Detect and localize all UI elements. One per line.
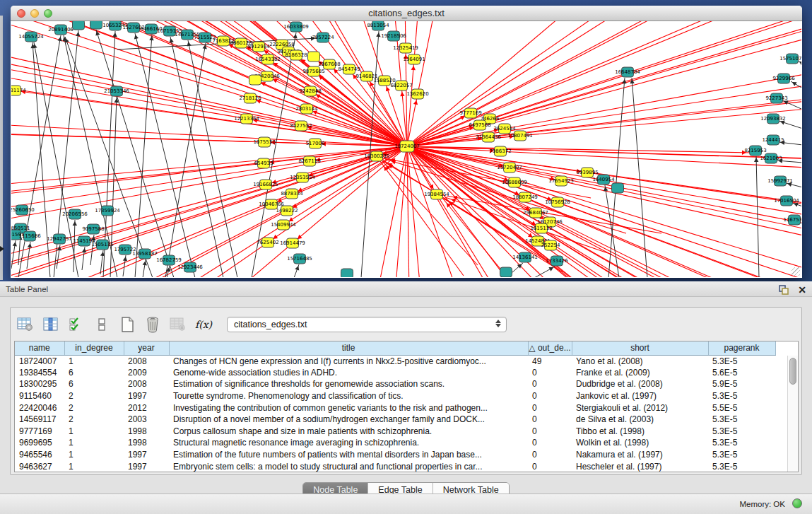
graph-node[interactable]: 7857224 <box>312 33 334 42</box>
delete-table-icon[interactable] <box>167 314 189 335</box>
graph-node-label: 517006 <box>306 141 325 146</box>
graph-node-label: 16033809 <box>283 24 309 30</box>
graph-node[interactable]: 15716485 <box>287 254 312 264</box>
graph-node-label: 9329966 <box>772 76 795 81</box>
graph-node[interactable] <box>73 21 85 30</box>
column-header-short[interactable]: short <box>572 341 708 355</box>
table-row[interactable]: 1872400712008Changes of HCN gene express… <box>15 355 775 367</box>
table-row[interactable]: 1938455462009Genome-wide association stu… <box>15 367 775 379</box>
panel-resize-marker[interactable] <box>0 246 4 252</box>
graph-node[interactable]: 1244415 <box>762 135 784 145</box>
graph-node[interactable] <box>341 269 353 277</box>
graph-node-label: 15409944 <box>271 222 296 228</box>
graph-node[interactable]: 3624554 <box>493 124 516 134</box>
table-cell: Estimation of the future numbers of pati… <box>169 449 528 461</box>
column-header-year[interactable]: year <box>124 341 169 355</box>
graph-node-label: 6497568 <box>469 122 490 128</box>
graph-node[interactable] <box>249 75 261 85</box>
table-row[interactable]: 969969511998Structural magnetic resonanc… <box>15 437 775 449</box>
table-cell: 5.5E-5 <box>708 402 775 414</box>
table-row[interactable]: 946362711997Embryonic stem cells: a mode… <box>15 460 775 472</box>
table-cell: Corpus callosum shape and size in male p… <box>169 426 528 438</box>
graph-node[interactable]: 8813054 <box>367 21 389 30</box>
float-panel-icon[interactable] <box>779 285 789 295</box>
graph-node[interactable]: 1167533 <box>783 215 801 225</box>
minimize-window-button[interactable] <box>30 9 39 18</box>
table-cell: 1997 <box>124 449 169 461</box>
graph-node-label: 20206556 <box>62 211 88 217</box>
table-selector-dropdown[interactable]: citations_edges.txt <box>227 317 507 332</box>
graph-node[interactable] <box>90 21 102 29</box>
table-row[interactable]: 977716911998Corpus callosum shape and si… <box>15 426 775 438</box>
table-selector-value: citations_edges.txt <box>234 320 307 329</box>
function-builder-icon[interactable]: f(x) <box>193 314 214 335</box>
graph-node[interactable]: 14055724 <box>18 32 44 42</box>
graph-node[interactable]: 8267130 <box>298 156 320 166</box>
graph-node[interactable]: 8215953 <box>744 146 766 156</box>
graph-node-label: 1498222 <box>276 208 298 214</box>
column-header-pagerank[interactable]: pagerank <box>708 341 775 355</box>
graph-node[interactable]: 9875685 <box>302 66 324 76</box>
graph-node[interactable]: 16914479 <box>280 238 305 248</box>
column-header-name[interactable]: name <box>15 341 64 355</box>
graph-node[interactable]: 1362620 <box>406 89 428 99</box>
graph-node[interactable]: 21364436 <box>476 132 501 142</box>
graph-node[interactable]: 2031174 <box>11 86 26 95</box>
show-columns-icon[interactable] <box>40 314 61 335</box>
select-rows-icon[interactable] <box>66 314 87 335</box>
table-row[interactable]: 2242004622012Investigating the contribut… <box>15 402 775 414</box>
graph-node[interactable]: 16033809 <box>283 22 309 32</box>
graph-node-label: 15716485 <box>287 256 312 262</box>
graph-node[interactable]: 15751074 <box>779 54 801 64</box>
table-row[interactable]: 946554611997Estimation of the future num… <box>15 449 775 461</box>
graph-node-label: 1364091 <box>403 57 425 62</box>
graph-node-label: 7625402 <box>257 240 278 245</box>
table-cell: 0 <box>528 437 572 449</box>
table-cell: 9777169 <box>15 426 64 438</box>
graph-node[interactable] <box>500 267 512 277</box>
table-cell: Stergiakouli et al. (2012) <box>572 402 708 414</box>
table-row[interactable]: 1456911722003Disruption of a novel membe… <box>15 414 775 426</box>
row-options-icon[interactable] <box>91 314 112 335</box>
table-cell: 0 <box>528 378 572 390</box>
graph-node[interactable]: 15409944 <box>271 220 296 230</box>
table-scrollbar[interactable] <box>787 356 798 472</box>
graph-node[interactable]: 12923446 <box>177 262 203 272</box>
column-header-title[interactable]: title <box>169 341 528 355</box>
graph-node-label: 10807491 <box>507 133 533 139</box>
graph-node[interactable]: 16782759 <box>156 255 182 265</box>
graph-node[interactable] <box>308 52 320 62</box>
delete-column-icon[interactable] <box>142 314 163 335</box>
scrollbar-thumb[interactable] <box>789 358 796 385</box>
table-row[interactable]: 1830029562008Estimation of significance … <box>15 378 775 390</box>
graph-node-label: 252254 <box>541 243 560 248</box>
window-titlebar[interactable]: citations_edges.txt <box>11 6 802 21</box>
graph-node[interactable]: 8454749 <box>338 64 360 74</box>
graph-node[interactable]: 1621063 <box>760 153 782 163</box>
close-window-button[interactable] <box>17 9 25 18</box>
column-header-in_degree[interactable]: in_degree <box>64 341 124 355</box>
graph-node[interactable]: 7625402 <box>257 238 278 247</box>
graph-node[interactable]: 14136141 <box>512 252 538 262</box>
graph-node[interactable]: 2867608 <box>318 59 340 69</box>
zoom-window-button[interactable] <box>44 9 52 18</box>
graph-node-label: 19218506 <box>381 33 406 39</box>
network-canvas[interactable]: 1830029519384554977716974626664975683624… <box>11 21 801 277</box>
graph-node[interactable]: 20206556 <box>62 209 88 219</box>
graph-node[interactable]: 19218506 <box>381 31 406 41</box>
canvas-resize-grip[interactable] <box>792 267 800 276</box>
table-cell: 2 <box>64 402 124 414</box>
graph-node[interactable]: 654935 <box>254 158 273 168</box>
graph-node[interactable]: 17359924 <box>95 206 120 216</box>
graph-node[interactable]: 517006 <box>306 139 325 148</box>
table-settings-icon[interactable] <box>15 314 36 335</box>
table-cell: 5.3E-5 <box>708 460 775 472</box>
graph-node-label: 10756928 <box>545 199 570 205</box>
table-cell: 1997 <box>124 390 169 402</box>
table-row[interactable]: 911546021997Tourette syndrome. Phenomeno… <box>15 390 775 402</box>
close-panel-icon[interactable]: ✕ <box>798 284 806 296</box>
graph-node[interactable] <box>612 183 624 193</box>
new-column-icon[interactable] <box>117 314 138 335</box>
graph-node[interactable]: 9097588 <box>82 224 104 234</box>
column-header-out_de[interactable]: △ out_de... <box>528 341 572 355</box>
